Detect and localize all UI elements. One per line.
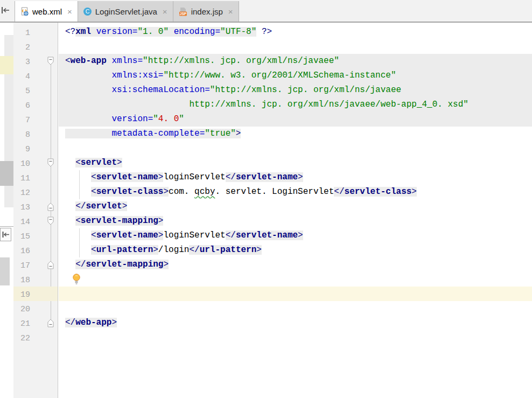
code-segment: servlet-name bbox=[96, 231, 158, 240]
code-segment: url-pattern bbox=[200, 245, 257, 255]
gutter-row: 8 bbox=[13, 127, 58, 141]
code-segment: url-pattern bbox=[96, 245, 153, 255]
code-segment: > bbox=[158, 231, 164, 240]
code-line[interactable]: xsi:schemaLocation="http://xmlns. jcp. o… bbox=[59, 83, 532, 97]
close-icon[interactable]: × bbox=[67, 7, 72, 16]
svg-text:JSP: JSP bbox=[179, 11, 186, 15]
close-icon[interactable]: × bbox=[163, 7, 167, 16]
intention-lightbulb-icon[interactable] bbox=[72, 273, 81, 285]
gutter: 12345678910111213141516171819202122 bbox=[13, 23, 58, 398]
strip-thumb-marker[interactable] bbox=[0, 161, 13, 186]
jsp-file-icon: JSP bbox=[178, 7, 188, 16]
code-segment: servlet bbox=[81, 158, 117, 167]
code-segment: servlet-name bbox=[236, 231, 298, 240]
code-segment bbox=[65, 85, 111, 95]
gutter-row: 15 bbox=[13, 228, 58, 243]
fold-expand-icon[interactable] bbox=[47, 201, 54, 212]
tab-index-jsp[interactable]: JSP index.jsp × bbox=[173, 1, 239, 22]
fold-collapse-icon[interactable] bbox=[47, 158, 54, 168]
fold-collapse-icon[interactable] bbox=[47, 56, 54, 66]
code-segment: "1. 0" bbox=[137, 27, 169, 37]
code-segment: < bbox=[75, 216, 81, 226]
code-line[interactable] bbox=[59, 272, 532, 287]
code-segment bbox=[107, 56, 112, 66]
code-line[interactable]: xmlns:xsi="http://www. w3. org/2001/XMLS… bbox=[59, 68, 532, 83]
code-line[interactable]: <servlet> bbox=[59, 156, 532, 170]
code-segment bbox=[65, 71, 111, 80]
code-segment: web-app bbox=[71, 56, 107, 66]
code-segment: > bbox=[163, 260, 169, 269]
fold-expand-icon[interactable] bbox=[47, 318, 54, 328]
code-line[interactable]: <url-pattern>/login</url-pattern> bbox=[59, 243, 532, 257]
code-segment bbox=[65, 260, 75, 269]
gutter-row: 19 bbox=[13, 287, 58, 301]
gutter-row: 3 bbox=[13, 54, 58, 68]
tool-window-strip bbox=[0, 23, 13, 398]
code-line[interactable]: <servlet-name>loginServlet</servlet-name… bbox=[59, 170, 532, 185]
code-segment: version= bbox=[111, 114, 153, 124]
code-segment: " bbox=[153, 114, 158, 124]
code-line[interactable] bbox=[59, 141, 532, 156]
dock-left-icon[interactable] bbox=[1, 6, 10, 15]
code-segment: servlet-mapping bbox=[81, 216, 158, 226]
code-segment: http://xmlns. jcp. org/xml/ns/javaee/web… bbox=[189, 100, 468, 109]
gutter-row: 16 bbox=[13, 243, 58, 257]
code-segment: xmlns= bbox=[111, 56, 143, 66]
line-number: 3 bbox=[13, 55, 30, 69]
code-segment bbox=[65, 100, 189, 109]
code-segment: > bbox=[158, 172, 164, 182]
code-segment: < bbox=[91, 245, 96, 255]
code-line[interactable]: </web-app> bbox=[59, 316, 532, 330]
code-segment: < bbox=[75, 158, 81, 167]
fold-expand-icon[interactable] bbox=[47, 260, 54, 270]
code-line[interactable] bbox=[59, 39, 532, 54]
ide-window: web.xml × C LoginServlet.java × bbox=[0, 0, 532, 398]
code-segment: > bbox=[256, 245, 262, 255]
code-line[interactable] bbox=[59, 287, 532, 301]
code-line[interactable]: <servlet-name>loginServlet</servlet-name… bbox=[59, 228, 532, 243]
code-segment: > bbox=[236, 129, 241, 138]
code-segment bbox=[65, 187, 91, 197]
code-line[interactable]: http://xmlns. jcp. org/xml/ns/javaee/web… bbox=[59, 97, 532, 112]
gutter-row: 12 bbox=[13, 185, 58, 199]
code-line[interactable]: </servlet-mapping> bbox=[59, 257, 532, 272]
tab-loginservlet-java[interactable]: C LoginServlet.java × bbox=[78, 1, 173, 22]
line-number: 1 bbox=[13, 26, 30, 40]
line-number: 15 bbox=[13, 229, 30, 244]
code-segment: > bbox=[298, 231, 303, 240]
code-segment: > bbox=[411, 187, 417, 197]
gutter-row: 14 bbox=[13, 214, 58, 228]
code-segment: . servlet. LoginServlet bbox=[215, 187, 334, 197]
fold-collapse-icon[interactable] bbox=[47, 216, 54, 226]
code-segment: xsi:schemaLocation= bbox=[111, 85, 209, 95]
gutter-row: 9 bbox=[13, 141, 58, 156]
gutter-row: 4 bbox=[13, 68, 58, 83]
gutter-row: 11 bbox=[13, 170, 58, 185]
gutter-row: 17 bbox=[13, 257, 58, 272]
code-segment: > bbox=[122, 201, 128, 211]
code-segment: qcby bbox=[194, 187, 215, 197]
code-segment: servlet-mapping bbox=[86, 260, 163, 269]
code-line[interactable]: <web-app xmlns="http://xmlns. jcp. org/x… bbox=[59, 54, 532, 68]
code-line[interactable]: <servlet-mapping> bbox=[59, 214, 532, 228]
code-segment: <? bbox=[65, 27, 75, 37]
line-number: 20 bbox=[13, 302, 30, 317]
code-line[interactable]: <servlet-class>com. qcby. servlet. Login… bbox=[59, 185, 532, 199]
code-area[interactable]: <?xml version="1. 0" encoding="UTF-8" ?>… bbox=[59, 23, 532, 398]
tab-web-xml[interactable]: web.xml × bbox=[15, 1, 78, 22]
line-number: 4 bbox=[13, 69, 30, 84]
close-icon[interactable]: × bbox=[228, 7, 233, 16]
code-line[interactable] bbox=[59, 330, 532, 345]
code-line[interactable]: version="4. 0" bbox=[59, 112, 532, 127]
tab-label: index.jsp bbox=[191, 7, 223, 16]
code-line[interactable]: metadata-complete="true"> bbox=[59, 127, 532, 141]
gutter-row: 7 bbox=[13, 112, 58, 127]
line-number: 11 bbox=[13, 171, 30, 186]
line-number: 9 bbox=[13, 142, 30, 157]
code-segment bbox=[65, 216, 75, 226]
dock-left-button[interactable] bbox=[0, 228, 11, 241]
code-line[interactable] bbox=[59, 301, 532, 316]
code-line[interactable]: </servlet> bbox=[59, 199, 532, 214]
code-line[interactable]: <?xml version="1. 0" encoding="UTF-8" ?> bbox=[59, 25, 532, 39]
code-segment: </ bbox=[189, 245, 199, 255]
